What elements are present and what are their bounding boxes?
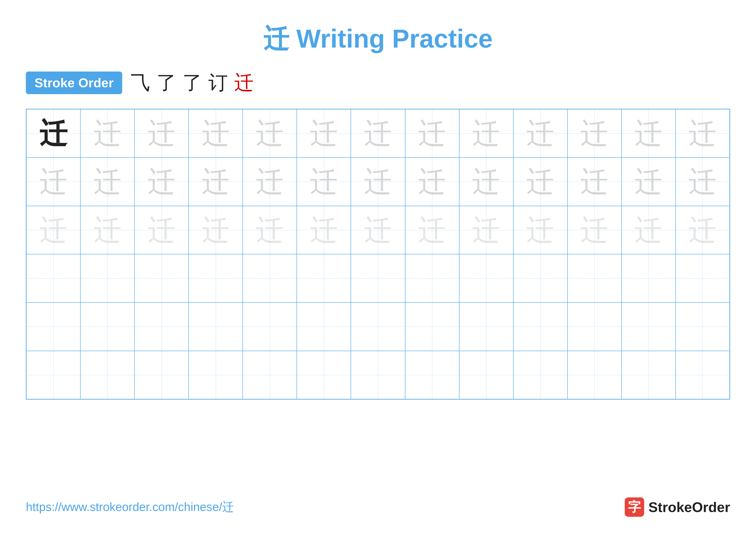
- grid-cell-r2c11[interactable]: 迁: [567, 158, 622, 206]
- grid-cell-r5c2[interactable]: [80, 302, 134, 351]
- grid-cell-r2c10[interactable]: 迁: [513, 158, 567, 206]
- stroke-order-section: Stroke Order ⺄ 了 了 订 迁: [26, 69, 730, 96]
- grid-cell-r1c5[interactable]: 迁: [243, 109, 297, 158]
- grid-cell-r3c1[interactable]: 迁: [26, 206, 80, 254]
- grid-cell-r6c3[interactable]: [134, 351, 189, 399]
- grid-cell-r3c4[interactable]: 迁: [189, 206, 243, 254]
- grid-cell-r1c4[interactable]: 迁: [189, 109, 243, 158]
- grid-cell-r5c10[interactable]: [513, 302, 567, 351]
- grid-cell-r6c6[interactable]: [297, 351, 351, 399]
- grid-cell-r5c7[interactable]: [351, 302, 405, 351]
- grid-cell-r6c11[interactable]: [567, 351, 622, 399]
- grid-cell-r3c11[interactable]: 迁: [567, 206, 622, 254]
- footer: https://www.strokeorder.com/chinese/迁 字 …: [26, 497, 730, 517]
- grid-cell-r6c7[interactable]: [351, 351, 405, 399]
- char-light: 迁: [580, 167, 608, 195]
- grid-cell-r4c13[interactable]: [676, 254, 730, 302]
- grid-cell-r5c9[interactable]: [459, 302, 513, 351]
- char-lighter: 迁: [94, 216, 122, 244]
- grid-cell-r3c13[interactable]: 迁: [676, 206, 730, 254]
- grid-cell-r6c4[interactable]: [189, 351, 243, 399]
- grid-cell-r6c13[interactable]: [676, 351, 730, 399]
- grid-cell-r4c11[interactable]: [567, 254, 622, 302]
- grid-cell-r4c1[interactable]: [26, 254, 80, 302]
- grid-cell-r1c10[interactable]: 迁: [513, 109, 567, 158]
- grid-cell-r6c8[interactable]: [405, 351, 459, 399]
- grid-cell-r6c5[interactable]: [243, 351, 297, 399]
- grid-cell-r2c7[interactable]: 迁: [351, 158, 405, 206]
- grid-cell-r4c3[interactable]: [134, 254, 189, 302]
- grid-cell-r1c9[interactable]: 迁: [459, 109, 513, 158]
- char-lighter: 迁: [202, 216, 230, 244]
- grid-cell-r5c11[interactable]: [567, 302, 622, 351]
- grid-cell-r3c7[interactable]: 迁: [351, 206, 405, 254]
- grid-cell-r2c2[interactable]: 迁: [80, 158, 134, 206]
- grid-cell-r5c4[interactable]: [189, 302, 243, 351]
- grid-cell-r4c9[interactable]: [459, 254, 513, 302]
- grid-cell-r2c9[interactable]: 迁: [459, 158, 513, 206]
- char-lighter: 迁: [364, 216, 392, 244]
- grid-cell-r3c2[interactable]: 迁: [80, 206, 134, 254]
- grid-cell-r1c11[interactable]: 迁: [567, 109, 622, 158]
- grid-cell-r1c13[interactable]: 迁: [676, 109, 730, 158]
- grid-cell-r2c12[interactable]: 迁: [622, 158, 676, 206]
- grid-cell-r1c3[interactable]: 迁: [134, 109, 189, 158]
- grid-cell-r1c8[interactable]: 迁: [405, 109, 459, 158]
- grid-cell-r2c6[interactable]: 迁: [297, 158, 351, 206]
- grid-cell-r6c12[interactable]: [622, 351, 676, 399]
- grid-cell-r4c2[interactable]: [80, 254, 134, 302]
- stroke-step-4: 订: [208, 69, 228, 96]
- grid-cell-r2c4[interactable]: 迁: [189, 158, 243, 206]
- char-lighter: 迁: [634, 216, 662, 244]
- char-light: 迁: [526, 167, 554, 195]
- grid-cell-r3c5[interactable]: 迁: [243, 206, 297, 254]
- grid-cell-r1c7[interactable]: 迁: [351, 109, 405, 158]
- grid-cell-r3c10[interactable]: 迁: [513, 206, 567, 254]
- char-light: 迁: [148, 119, 176, 147]
- grid-cell-r4c7[interactable]: [351, 254, 405, 302]
- grid-cell-r5c12[interactable]: [622, 302, 676, 351]
- footer-logo: 字 StrokeOrder: [625, 497, 730, 517]
- grid-cell-r3c8[interactable]: 迁: [405, 206, 459, 254]
- grid-cell-r5c6[interactable]: [297, 302, 351, 351]
- char-lighter: 迁: [256, 216, 284, 244]
- grid-cell-r6c9[interactable]: [459, 351, 513, 399]
- grid-cell-r3c6[interactable]: 迁: [297, 206, 351, 254]
- stroke-step-2: 了: [157, 69, 176, 96]
- grid-cell-r5c3[interactable]: [134, 302, 189, 351]
- grid-cell-r5c5[interactable]: [243, 302, 297, 351]
- char-light: 迁: [40, 167, 68, 195]
- char-light: 迁: [688, 119, 716, 147]
- grid-cell-r3c9[interactable]: 迁: [459, 206, 513, 254]
- grid-cell-r4c6[interactable]: [297, 254, 351, 302]
- grid-cell-r3c12[interactable]: 迁: [622, 206, 676, 254]
- grid-cell-r4c12[interactable]: [622, 254, 676, 302]
- grid-cell-r2c3[interactable]: 迁: [134, 158, 189, 206]
- grid-cell-r1c1[interactable]: 迁: [26, 109, 80, 158]
- footer-url[interactable]: https://www.strokeorder.com/chinese/迁: [26, 499, 234, 515]
- grid-cell-r2c13[interactable]: 迁: [676, 158, 730, 206]
- grid-cell-r4c5[interactable]: [243, 254, 297, 302]
- grid-cell-r5c1[interactable]: [26, 302, 80, 351]
- grid-cell-r6c1[interactable]: [26, 351, 80, 399]
- char-light: 迁: [688, 167, 716, 195]
- grid-cell-r4c10[interactable]: [513, 254, 567, 302]
- grid-cell-r4c4[interactable]: [189, 254, 243, 302]
- grid-cell-r2c5[interactable]: 迁: [243, 158, 297, 206]
- stroke-steps: ⺄ 了 了 订 迁: [131, 69, 254, 96]
- char-light: 迁: [364, 167, 392, 195]
- grid-cell-r1c2[interactable]: 迁: [80, 109, 134, 158]
- grid-cell-r3c3[interactable]: 迁: [134, 206, 189, 254]
- grid-cell-r6c2[interactable]: [80, 351, 134, 399]
- page: 迁 Writing Practice Stroke Order ⺄ 了 了 订 …: [0, 0, 756, 534]
- strokeorder-logo-icon: 字: [625, 497, 644, 517]
- grid-cell-r5c8[interactable]: [405, 302, 459, 351]
- stroke-step-3: 了: [182, 69, 202, 96]
- grid-cell-r1c6[interactable]: 迁: [297, 109, 351, 158]
- grid-cell-r5c13[interactable]: [676, 302, 730, 351]
- grid-cell-r6c10[interactable]: [513, 351, 567, 399]
- grid-cell-r2c1[interactable]: 迁: [26, 158, 80, 206]
- grid-cell-r1c12[interactable]: 迁: [622, 109, 676, 158]
- grid-cell-r2c8[interactable]: 迁: [405, 158, 459, 206]
- grid-cell-r4c8[interactable]: [405, 254, 459, 302]
